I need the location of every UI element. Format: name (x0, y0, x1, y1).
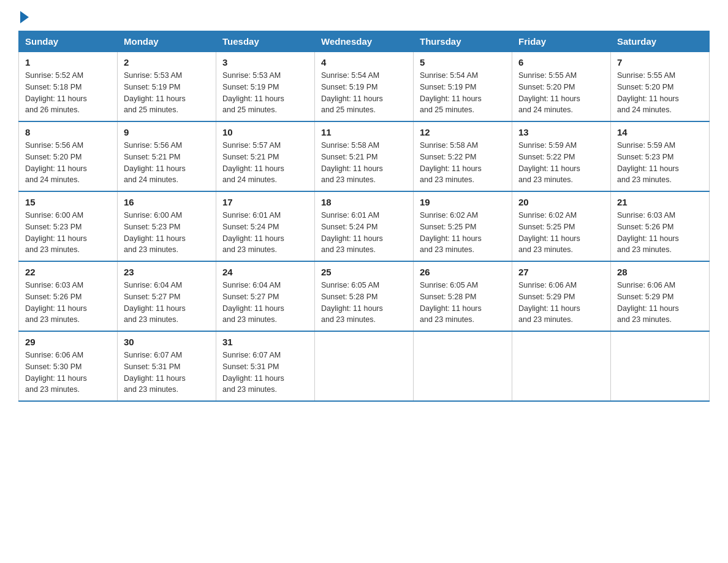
logo-top (18, 12, 30, 23)
calendar-day-cell: 5 Sunrise: 5:54 AM Sunset: 5:19 PM Dayli… (414, 52, 512, 122)
calendar-day-cell: 14 Sunrise: 5:59 AM Sunset: 5:23 PM Dayl… (611, 121, 710, 191)
weekday-header-thursday: Thursday (414, 31, 512, 52)
calendar-day-cell: 15 Sunrise: 6:00 AM Sunset: 5:23 PM Dayl… (19, 191, 118, 261)
calendar-day-cell: 9 Sunrise: 5:56 AM Sunset: 5:21 PM Dayli… (118, 121, 216, 191)
day-number: 1 (25, 57, 111, 67)
day-number: 25 (321, 267, 407, 277)
day-info: Sunrise: 6:01 AM Sunset: 5:24 PM Dayligh… (222, 210, 308, 256)
calendar-day-cell: 22 Sunrise: 6:03 AM Sunset: 5:26 PM Dayl… (19, 261, 118, 331)
calendar-day-cell: 16 Sunrise: 6:00 AM Sunset: 5:23 PM Dayl… (118, 191, 216, 261)
calendar-day-cell: 30 Sunrise: 6:07 AM Sunset: 5:31 PM Dayl… (118, 331, 216, 401)
day-number: 8 (25, 127, 111, 137)
weekday-header-monday: Monday (118, 31, 216, 52)
day-number: 12 (420, 127, 506, 137)
day-number: 6 (518, 57, 604, 67)
calendar-day-cell: 27 Sunrise: 6:06 AM Sunset: 5:29 PM Dayl… (512, 261, 611, 331)
day-number: 16 (124, 197, 210, 207)
day-info: Sunrise: 5:55 AM Sunset: 5:20 PM Dayligh… (617, 70, 703, 116)
day-number: 11 (321, 127, 407, 137)
calendar-day-cell: 24 Sunrise: 6:04 AM Sunset: 5:27 PM Dayl… (216, 261, 315, 331)
calendar-day-cell: 1 Sunrise: 5:52 AM Sunset: 5:18 PM Dayli… (19, 52, 118, 122)
day-info: Sunrise: 5:58 AM Sunset: 5:22 PM Dayligh… (420, 140, 506, 186)
calendar-day-cell: 23 Sunrise: 6:04 AM Sunset: 5:27 PM Dayl… (118, 261, 216, 331)
day-info: Sunrise: 5:55 AM Sunset: 5:20 PM Dayligh… (518, 70, 604, 116)
day-number: 18 (321, 197, 407, 207)
calendar-week-row: 22 Sunrise: 6:03 AM Sunset: 5:26 PM Dayl… (19, 261, 710, 331)
day-info: Sunrise: 5:52 AM Sunset: 5:18 PM Dayligh… (25, 70, 111, 116)
logo-triangle-icon (20, 11, 29, 23)
weekday-header-sunday: Sunday (19, 31, 118, 52)
calendar-week-row: 8 Sunrise: 5:56 AM Sunset: 5:20 PM Dayli… (19, 121, 710, 191)
day-info: Sunrise: 5:59 AM Sunset: 5:22 PM Dayligh… (518, 140, 604, 186)
calendar-week-row: 15 Sunrise: 6:00 AM Sunset: 5:23 PM Dayl… (19, 191, 710, 261)
calendar-day-cell: 8 Sunrise: 5:56 AM Sunset: 5:20 PM Dayli… (19, 121, 118, 191)
calendar-week-row: 1 Sunrise: 5:52 AM Sunset: 5:18 PM Dayli… (19, 52, 710, 122)
header (18, 12, 710, 21)
day-info: Sunrise: 6:05 AM Sunset: 5:28 PM Dayligh… (321, 280, 407, 326)
day-info: Sunrise: 5:54 AM Sunset: 5:19 PM Dayligh… (321, 70, 407, 116)
calendar-day-cell (611, 331, 710, 401)
day-info: Sunrise: 5:58 AM Sunset: 5:21 PM Dayligh… (321, 140, 407, 186)
day-info: Sunrise: 6:00 AM Sunset: 5:23 PM Dayligh… (124, 210, 210, 256)
day-info: Sunrise: 5:59 AM Sunset: 5:23 PM Dayligh… (617, 140, 703, 186)
calendar-day-cell: 11 Sunrise: 5:58 AM Sunset: 5:21 PM Dayl… (315, 121, 414, 191)
day-info: Sunrise: 5:56 AM Sunset: 5:21 PM Dayligh… (124, 140, 210, 186)
day-info: Sunrise: 6:03 AM Sunset: 5:26 PM Dayligh… (25, 280, 111, 326)
day-number: 23 (124, 267, 210, 277)
weekday-header-wednesday: Wednesday (315, 31, 414, 52)
day-number: 24 (222, 267, 308, 277)
calendar-day-cell: 6 Sunrise: 5:55 AM Sunset: 5:20 PM Dayli… (512, 52, 611, 122)
day-info: Sunrise: 6:06 AM Sunset: 5:29 PM Dayligh… (617, 280, 703, 326)
calendar-day-cell: 19 Sunrise: 6:02 AM Sunset: 5:25 PM Dayl… (414, 191, 512, 261)
day-number: 30 (124, 337, 210, 347)
calendar-week-row: 29 Sunrise: 6:06 AM Sunset: 5:30 PM Dayl… (19, 331, 710, 401)
calendar-day-cell: 21 Sunrise: 6:03 AM Sunset: 5:26 PM Dayl… (611, 191, 710, 261)
day-info: Sunrise: 6:04 AM Sunset: 5:27 PM Dayligh… (222, 280, 308, 326)
calendar-day-cell: 12 Sunrise: 5:58 AM Sunset: 5:22 PM Dayl… (414, 121, 512, 191)
calendar-day-cell: 13 Sunrise: 5:59 AM Sunset: 5:22 PM Dayl… (512, 121, 611, 191)
day-info: Sunrise: 5:54 AM Sunset: 5:19 PM Dayligh… (420, 70, 506, 116)
weekday-header-row: SundayMondayTuesdayWednesdayThursdayFrid… (19, 31, 710, 52)
weekday-header-saturday: Saturday (611, 31, 710, 52)
calendar-day-cell: 7 Sunrise: 5:55 AM Sunset: 5:20 PM Dayli… (611, 52, 710, 122)
logo (18, 12, 30, 21)
calendar-day-cell (414, 331, 512, 401)
calendar-day-cell: 28 Sunrise: 6:06 AM Sunset: 5:29 PM Dayl… (611, 261, 710, 331)
day-info: Sunrise: 6:03 AM Sunset: 5:26 PM Dayligh… (617, 210, 703, 256)
day-number: 26 (420, 267, 506, 277)
day-number: 3 (222, 57, 308, 67)
day-number: 31 (222, 337, 308, 347)
day-number: 29 (25, 337, 111, 347)
day-info: Sunrise: 6:04 AM Sunset: 5:27 PM Dayligh… (124, 280, 210, 326)
calendar-day-cell: 20 Sunrise: 6:02 AM Sunset: 5:25 PM Dayl… (512, 191, 611, 261)
day-info: Sunrise: 6:06 AM Sunset: 5:29 PM Dayligh… (518, 280, 604, 326)
day-number: 7 (617, 57, 703, 67)
weekday-header-tuesday: Tuesday (216, 31, 315, 52)
day-info: Sunrise: 6:02 AM Sunset: 5:25 PM Dayligh… (518, 210, 604, 256)
day-number: 17 (222, 197, 308, 207)
calendar-day-cell: 10 Sunrise: 5:57 AM Sunset: 5:21 PM Dayl… (216, 121, 315, 191)
day-number: 20 (518, 197, 604, 207)
day-info: Sunrise: 6:06 AM Sunset: 5:30 PM Dayligh… (25, 350, 111, 396)
day-number: 14 (617, 127, 703, 137)
calendar-day-cell (315, 331, 414, 401)
calendar-day-cell (512, 331, 611, 401)
day-number: 13 (518, 127, 604, 137)
day-info: Sunrise: 5:53 AM Sunset: 5:19 PM Dayligh… (222, 70, 308, 116)
day-number: 19 (420, 197, 506, 207)
day-info: Sunrise: 5:56 AM Sunset: 5:20 PM Dayligh… (25, 140, 111, 186)
calendar-day-cell: 4 Sunrise: 5:54 AM Sunset: 5:19 PM Dayli… (315, 52, 414, 122)
day-number: 9 (124, 127, 210, 137)
day-info: Sunrise: 6:02 AM Sunset: 5:25 PM Dayligh… (420, 210, 506, 256)
day-number: 10 (222, 127, 308, 137)
day-info: Sunrise: 6:07 AM Sunset: 5:31 PM Dayligh… (124, 350, 210, 396)
calendar-day-cell: 29 Sunrise: 6:06 AM Sunset: 5:30 PM Dayl… (19, 331, 118, 401)
day-number: 22 (25, 267, 111, 277)
day-info: Sunrise: 5:53 AM Sunset: 5:19 PM Dayligh… (124, 70, 210, 116)
day-info: Sunrise: 6:07 AM Sunset: 5:31 PM Dayligh… (222, 350, 308, 396)
day-number: 28 (617, 267, 703, 277)
day-info: Sunrise: 6:00 AM Sunset: 5:23 PM Dayligh… (25, 210, 111, 256)
calendar-day-cell: 2 Sunrise: 5:53 AM Sunset: 5:19 PM Dayli… (118, 52, 216, 122)
weekday-header-friday: Friday (512, 31, 611, 52)
day-number: 5 (420, 57, 506, 67)
